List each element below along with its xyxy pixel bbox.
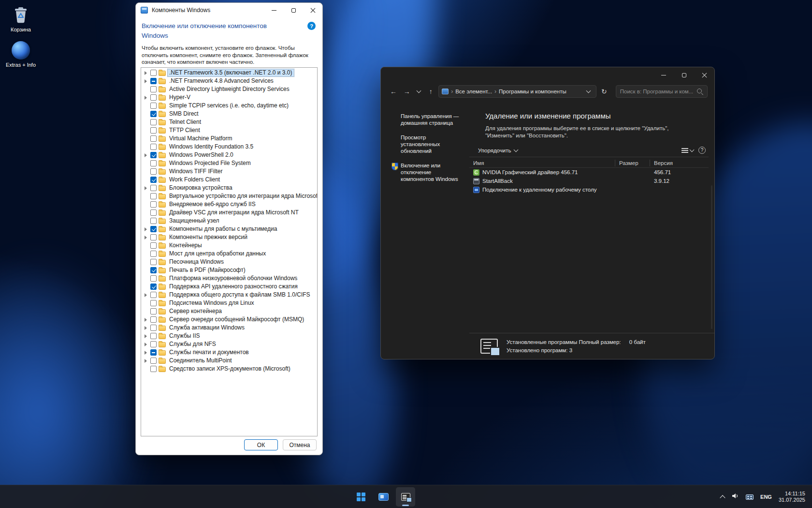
sidebar-item[interactable]: Включение или отключение компонентов Win… [401, 162, 464, 182]
feature-item[interactable]: Платформа низкоуровневой оболочки Window… [141, 274, 317, 283]
feature-item[interactable]: Блокировка устройства [141, 184, 317, 192]
feature-checkbox[interactable] [150, 333, 157, 339]
feature-item[interactable]: Соединитель MultiPoint [141, 357, 317, 365]
feature-item[interactable]: Службы для NFS [141, 340, 317, 348]
feature-checkbox[interactable] [150, 152, 157, 158]
feature-checkbox[interactable] [150, 185, 157, 191]
feature-checkbox[interactable] [150, 251, 157, 257]
feature-checkbox[interactable] [150, 234, 157, 240]
feature-item[interactable]: .NET Framework 4.8 Advanced Services [141, 77, 317, 85]
feature-checkbox[interactable] [150, 358, 157, 364]
feature-checkbox[interactable] [150, 267, 157, 273]
feature-checkbox[interactable] [150, 284, 157, 290]
feature-item[interactable]: Печать в PDF (Майкрософт) [141, 266, 317, 274]
feature-checkbox[interactable] [150, 275, 157, 282]
expand-icon[interactable] [144, 153, 148, 158]
address-dropdown-icon[interactable] [584, 85, 593, 98]
breadcrumb-item[interactable]: Программы и компоненты [499, 89, 566, 94]
feature-item[interactable]: Компоненты для работы с мультимедиа [141, 225, 317, 233]
help-icon[interactable]: ? [698, 147, 706, 154]
close-button[interactable] [694, 67, 714, 83]
start-button[interactable] [351, 487, 371, 507]
refresh-icon[interactable]: ↻ [598, 85, 610, 98]
table-row[interactable]: NVIDIA Графический драйвер 456.71456.71 [469, 168, 709, 177]
feature-item[interactable]: Windows PowerShell 2.0 [141, 151, 317, 159]
feature-checkbox[interactable] [150, 127, 157, 134]
cancel-button[interactable]: Отмена [283, 439, 317, 450]
column-header-size[interactable]: Размер [615, 160, 650, 166]
feature-checkbox[interactable] [150, 226, 157, 232]
feature-item[interactable]: Windows TIFF IFilter [141, 167, 317, 176]
feature-item[interactable]: Внедряемое веб-ядро служб IIS [141, 200, 317, 209]
taskbar-app-control-panel[interactable] [374, 487, 393, 507]
feature-item[interactable]: Сервер очереди сообщений Майкрософт (MSM… [141, 315, 317, 324]
feature-item[interactable]: Защищенный узел [141, 217, 317, 225]
expand-icon[interactable] [144, 334, 148, 339]
feature-checkbox[interactable] [150, 86, 157, 92]
feature-item[interactable]: Hyper-V [141, 93, 317, 102]
search-input[interactable] [620, 89, 697, 94]
feature-item[interactable]: SMB Direct [141, 110, 317, 118]
taskbar-app-programs-and-features[interactable] [396, 487, 415, 507]
expand-icon[interactable] [144, 71, 148, 75]
feature-checkbox[interactable] [150, 201, 157, 208]
language-indicator[interactable]: ENG [760, 494, 772, 500]
feature-checkbox[interactable] [150, 366, 157, 372]
feature-item[interactable]: Компоненты прежних версий [141, 233, 317, 241]
up-icon[interactable]: ↑ [425, 85, 436, 98]
forward-icon[interactable]: → [401, 85, 413, 98]
feature-item[interactable]: Песочница Windows [141, 258, 317, 266]
sidebar-item[interactable]: Панель управления — домашняя страница [401, 113, 464, 126]
feature-item[interactable]: .NET Framework 3.5 (включает .NET 2.0 и … [141, 69, 317, 77]
table-row[interactable]: Подключение к удаленному рабочему столу [469, 185, 709, 194]
expand-icon[interactable] [144, 317, 148, 322]
search-icon[interactable] [697, 89, 703, 95]
feature-checkbox[interactable] [150, 168, 157, 175]
recent-locations-icon[interactable] [415, 85, 423, 98]
feature-checkbox[interactable] [150, 218, 157, 224]
clock[interactable]: 14:11:15 31.07.2025 [779, 491, 805, 503]
expand-icon[interactable] [144, 186, 148, 191]
desktop-icon-recycle-bin[interactable]: Корзина [3, 5, 39, 32]
minimize-button[interactable] [264, 3, 284, 17]
close-button[interactable] [303, 3, 322, 17]
feature-checkbox[interactable] [150, 193, 157, 199]
hidden-icons-chevron-icon[interactable] [720, 495, 725, 500]
expand-icon[interactable] [144, 227, 148, 232]
breadcrumb-item[interactable]: Все элемент... [455, 89, 492, 94]
touch-keyboard-icon[interactable] [746, 494, 754, 500]
feature-checkbox[interactable] [150, 103, 157, 109]
expand-icon[interactable] [144, 326, 148, 330]
feature-checkbox[interactable] [150, 70, 157, 76]
feature-item[interactable]: Windows Identity Foundation 3.5 [141, 143, 317, 151]
feature-checkbox[interactable] [150, 308, 157, 314]
expand-icon[interactable] [144, 293, 148, 298]
feature-checkbox[interactable] [150, 209, 157, 216]
back-icon[interactable]: ← [388, 85, 399, 98]
feature-item[interactable]: Active Directory Lightweight Directory S… [141, 85, 317, 93]
feature-item[interactable]: Virtual Machine Platform [141, 134, 317, 143]
address-bar[interactable]: ›Все элемент...›Программы и компоненты [438, 85, 596, 98]
organize-button[interactable]: Упорядочить [478, 148, 511, 153]
feature-item[interactable]: Службы печати и документов [141, 348, 317, 357]
feature-item[interactable]: Windows Projected File System [141, 159, 317, 167]
feature-item[interactable]: Поддержка общего доступа к файлам SMB 1.… [141, 291, 317, 299]
expand-icon[interactable] [144, 342, 148, 347]
expand-icon[interactable] [144, 79, 148, 84]
feature-item[interactable]: Telnet Client [141, 118, 317, 126]
feature-checkbox[interactable] [150, 78, 157, 84]
desktop-icon-extras-info[interactable]: Extras + Info [3, 40, 39, 68]
maximize-button[interactable] [674, 67, 694, 83]
feature-checkbox[interactable] [150, 259, 157, 265]
feature-item[interactable]: Средство записи XPS-документов (Microsof… [141, 365, 317, 373]
expand-icon[interactable] [144, 95, 148, 100]
column-header-version[interactable]: Версия [650, 160, 706, 166]
feature-checkbox[interactable] [150, 144, 157, 150]
column-header-name[interactable]: Имя [469, 160, 615, 166]
help-icon[interactable]: ? [307, 22, 316, 30]
feature-checkbox[interactable] [150, 300, 157, 306]
feature-item[interactable]: Сервер контейнера [141, 307, 317, 315]
feature-checkbox[interactable] [150, 119, 157, 125]
feature-item[interactable]: Драйвер VSC для интеграции ядра Microsof… [141, 209, 317, 217]
feature-item[interactable]: Служба активации Windows [141, 324, 317, 332]
